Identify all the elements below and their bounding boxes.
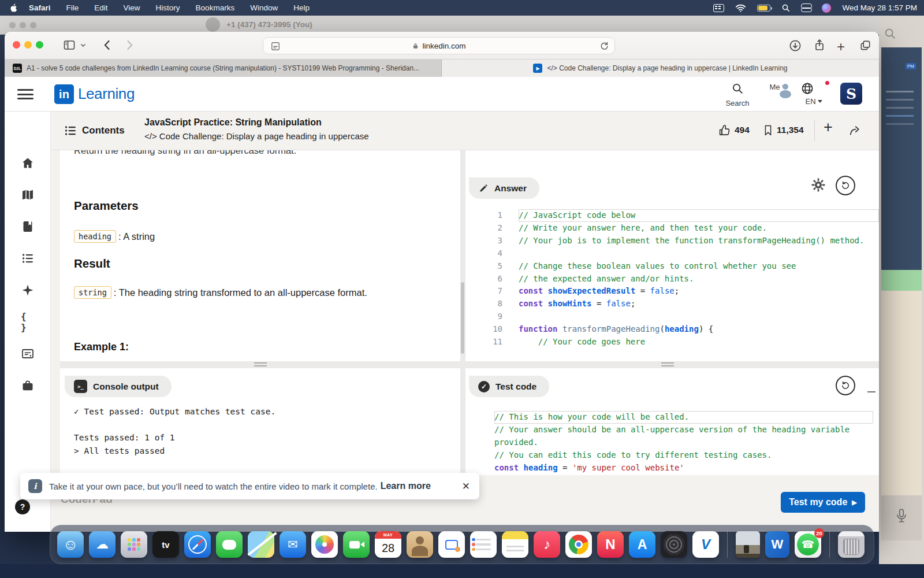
resize-grip[interactable] bbox=[661, 362, 674, 366]
code-line[interactable]: 9 bbox=[465, 310, 879, 323]
gear-icon[interactable] bbox=[810, 177, 826, 193]
code-line[interactable]: // Your answer should be an all-uppercas… bbox=[494, 424, 873, 449]
nav-search[interactable]: Search bbox=[722, 82, 752, 108]
contents-list-icon[interactable] bbox=[64, 124, 77, 138]
apple-icon[interactable] bbox=[5, 3, 22, 13]
dock-word-icon[interactable]: W bbox=[765, 531, 789, 558]
dock-trash-icon[interactable] bbox=[838, 531, 865, 558]
resize-grip[interactable] bbox=[254, 362, 267, 366]
code-line[interactable]: 6// the expected answer and/or hints. bbox=[465, 273, 879, 286]
code-line[interactable]: const heading = 'my super cool website' bbox=[494, 462, 873, 475]
dock-chrome-icon[interactable] bbox=[565, 531, 592, 558]
nav-language[interactable]: EN bbox=[800, 81, 827, 106]
test-my-code-button[interactable]: Test my code ▶ bbox=[781, 492, 865, 513]
dock-maps-icon[interactable] bbox=[248, 531, 274, 558]
share-forward-icon[interactable] bbox=[848, 124, 862, 137]
help-button[interactable]: ? bbox=[15, 499, 30, 514]
dock-mail-icon[interactable]: ✉ bbox=[280, 531, 306, 558]
code-line[interactable]: 1// JavaScript code below bbox=[465, 209, 879, 222]
control-center-icon[interactable] bbox=[801, 3, 811, 12]
traffic-minimize-button[interactable] bbox=[24, 41, 32, 49]
tab-d2l-assignment[interactable]: D2L A1 - solve 5 code challenges from Li… bbox=[5, 60, 442, 77]
share-button[interactable] bbox=[813, 38, 826, 52]
url-text[interactable]: linkedin.com bbox=[422, 42, 465, 50]
dock-settings-rings-icon[interactable] bbox=[661, 531, 687, 558]
menu-safari[interactable]: Safari bbox=[29, 3, 51, 12]
battery-icon[interactable] bbox=[757, 5, 770, 12]
doc-scrollbar[interactable] bbox=[461, 282, 464, 354]
traffic-zoom-button[interactable] bbox=[36, 41, 43, 49]
menu-bookmarks[interactable]: Bookmarks bbox=[196, 3, 235, 12]
input-source-icon[interactable] bbox=[713, 4, 724, 12]
sidebar-item-map[interactable] bbox=[21, 188, 35, 202]
code-line[interactable]: 5// Change these boolean values to contr… bbox=[465, 260, 879, 273]
dock-preview-window-icon[interactable] bbox=[736, 531, 760, 558]
code-line[interactable]: 2// Write your answer here, and then tes… bbox=[465, 222, 879, 235]
dock-music-icon[interactable]: ♪ bbox=[534, 531, 560, 558]
dock-messages-icon[interactable] bbox=[216, 531, 243, 558]
like-icon[interactable] bbox=[718, 124, 731, 137]
learning-logo-text[interactable]: Learning bbox=[78, 85, 135, 103]
challenge-description-panel[interactable]: Return the heading string in an all-uppe… bbox=[60, 150, 460, 361]
menu-window[interactable]: Window bbox=[250, 3, 278, 12]
downloads-button[interactable] bbox=[788, 39, 802, 53]
sidebar-item-home[interactable] bbox=[21, 156, 35, 170]
linkedin-logo-icon[interactable]: in bbox=[54, 84, 74, 104]
url-bar[interactable]: linkedin.com bbox=[263, 37, 615, 54]
add-button[interactable]: + bbox=[824, 118, 833, 136]
wifi-icon[interactable] bbox=[735, 4, 746, 12]
sidebar-chevron-icon[interactable] bbox=[80, 42, 87, 49]
menu-help[interactable]: Help bbox=[293, 3, 310, 12]
traffic-close-button[interactable] bbox=[13, 41, 20, 49]
contents-label[interactable]: Contents bbox=[82, 125, 125, 136]
dock-notes-icon[interactable] bbox=[502, 531, 528, 558]
sidebar-item-briefcase[interactable] bbox=[21, 379, 35, 392]
close-icon[interactable]: ✕ bbox=[462, 480, 470, 492]
siri-icon[interactable] bbox=[822, 3, 831, 13]
dock-news-icon[interactable]: N bbox=[597, 531, 624, 558]
menu-clock[interactable]: Wed May 28 1:57 PM bbox=[842, 3, 917, 12]
dock-facetime-icon[interactable] bbox=[343, 531, 370, 558]
code-line[interactable]: 8const showHints = false; bbox=[465, 298, 879, 310]
sidebar-item-sparkle[interactable] bbox=[21, 283, 35, 297]
reload-icon[interactable] bbox=[599, 40, 610, 51]
dock-cloud-utility-icon[interactable]: ☁ bbox=[89, 531, 116, 558]
dock-safari-icon[interactable] bbox=[184, 531, 211, 558]
code-line[interactable]: 4 bbox=[465, 247, 879, 260]
page-settings-icon[interactable] bbox=[270, 40, 281, 52]
code-line[interactable]: 11 // Your code goes here bbox=[465, 336, 879, 349]
dock-whatsapp-icon[interactable]: ☎20 bbox=[795, 531, 821, 558]
sidebar-toggle-icon[interactable] bbox=[62, 38, 76, 52]
dock-vscode-icon[interactable]: V bbox=[692, 531, 719, 558]
spotlight-icon[interactable] bbox=[781, 3, 790, 12]
dock-photos-icon[interactable] bbox=[311, 531, 338, 558]
code-line[interactable]: // You can edit this code to try differe… bbox=[494, 449, 873, 462]
menu-view[interactable]: View bbox=[124, 3, 140, 12]
back-button[interactable] bbox=[100, 38, 114, 52]
new-tab-button[interactable]: + bbox=[837, 39, 845, 55]
dock-apple-tv-icon[interactable]: tv bbox=[152, 531, 179, 558]
horizontal-panel-divider[interactable] bbox=[60, 361, 879, 368]
test-code-editor[interactable]: // This is how your code will be called.… bbox=[494, 411, 873, 475]
code-line[interactable]: 7const showExpectedResult = false; bbox=[465, 285, 879, 298]
dock-freeform-icon[interactable] bbox=[438, 531, 465, 558]
menu-history[interactable]: History bbox=[156, 3, 180, 12]
code-line[interactable]: 10function transformPageHeading(heading)… bbox=[465, 323, 879, 336]
menu-edit[interactable]: Edit bbox=[94, 3, 107, 12]
menu-file[interactable]: File bbox=[66, 3, 79, 12]
org-logo-badge[interactable]: S bbox=[840, 83, 862, 105]
dock-contacts-icon[interactable] bbox=[407, 531, 433, 558]
hamburger-menu-icon[interactable] bbox=[17, 89, 33, 99]
code-line[interactable]: 3// Your job is to implement the functio… bbox=[465, 235, 879, 247]
reset-test-button[interactable] bbox=[836, 376, 855, 395]
reset-code-button[interactable] bbox=[836, 176, 855, 195]
test-code-tab[interactable]: ✓ Test code bbox=[469, 376, 549, 397]
sidebar-item-certificate[interactable] bbox=[21, 347, 35, 361]
forward-button[interactable] bbox=[122, 38, 136, 52]
nav-me[interactable]: Me bbox=[763, 81, 792, 91]
tab-linkedin-learning[interactable]: ▶ </> Code Challenge: Display a page hea… bbox=[442, 60, 879, 77]
tab-overview-button[interactable] bbox=[859, 39, 872, 52]
dock-reminders-icon[interactable] bbox=[470, 531, 497, 558]
dock-finder-icon[interactable]: ☺ bbox=[57, 531, 84, 558]
dock-app-store-icon[interactable]: A bbox=[629, 531, 655, 558]
